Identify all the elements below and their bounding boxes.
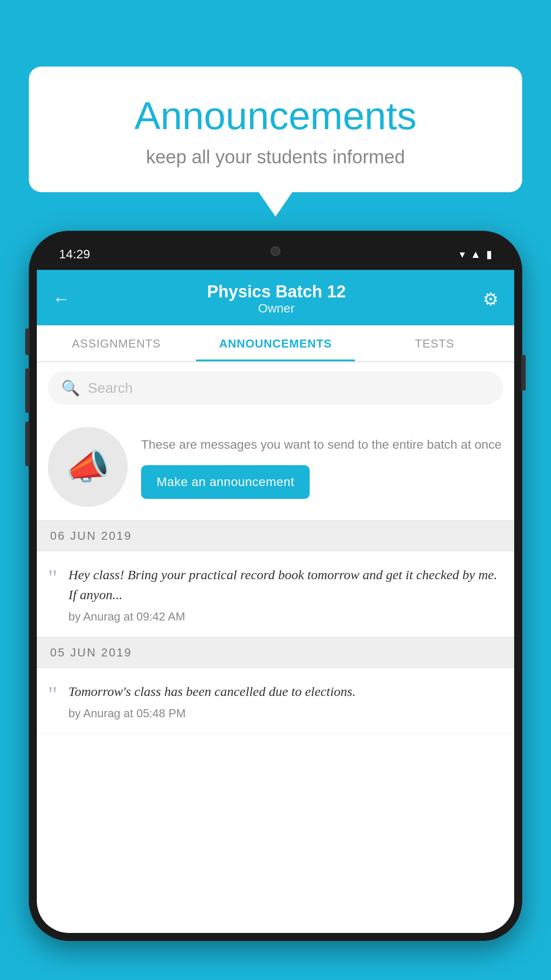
announcement-meta-1: by Anurag at 09:42 AM (68, 610, 503, 624)
promo-icon-circle: 📣 (48, 427, 128, 507)
speech-bubble-subtitle: keep all your students informed (51, 146, 500, 168)
phone-container: 14:29 ▾ ▲ ▮ ← Physics Batch 12 Owner ⚙ (29, 231, 522, 980)
promo-text-group: These are messages you want to send to t… (141, 435, 503, 499)
phone-volume-down-button (25, 422, 30, 466)
quote-icon-1: " (48, 567, 57, 624)
phone-mute-button (25, 328, 30, 355)
status-time: 14:29 (59, 247, 90, 261)
speech-bubble-title: Announcements (51, 93, 500, 138)
make-announcement-button[interactable]: Make an announcement (141, 465, 310, 499)
gear-icon[interactable]: ⚙ (483, 289, 499, 309)
announcement-item-1: " Hey class! Bring your practical record… (37, 551, 514, 637)
tab-assignments[interactable]: ASSIGNMENTS (37, 325, 196, 361)
announcement-item-2: " Tomorrow's class has been cancelled du… (37, 668, 514, 734)
header-title: Physics Batch 12 (207, 282, 346, 301)
battery-icon: ▮ (486, 248, 492, 261)
phone-power-button (521, 355, 526, 391)
phone-outer: 14:29 ▾ ▲ ▮ ← Physics Batch 12 Owner ⚙ (29, 231, 522, 941)
tab-announcements[interactable]: ANNOUNCEMENTS (196, 325, 355, 361)
search-bar[interactable]: 🔍 Search (48, 371, 503, 405)
announcement-meta-2: by Anurag at 05:48 PM (68, 707, 503, 720)
phone-volume-up-button (25, 368, 30, 413)
search-icon: 🔍 (61, 379, 80, 397)
announcement-text-1: Hey class! Bring your practical record b… (68, 565, 503, 605)
date-separator-2: 05 JUN 2019 (37, 637, 514, 668)
header-title-group: Physics Batch 12 Owner (207, 282, 346, 316)
promo-description: These are messages you want to send to t… (141, 435, 503, 454)
phone-camera (271, 246, 280, 256)
date-separator-1: 06 JUN 2019 (37, 521, 514, 551)
promo-block: 📣 These are messages you want to send to… (37, 414, 514, 521)
app-header: ← Physics Batch 12 Owner ⚙ (37, 270, 514, 325)
announcement-text-2: Tomorrow's class has been cancelled due … (68, 681, 503, 701)
status-bar: 14:29 ▾ ▲ ▮ (37, 239, 514, 270)
speech-bubble-container: Announcements keep all your students inf… (29, 67, 522, 192)
announcement-content-1: Hey class! Bring your practical record b… (68, 565, 503, 624)
back-button[interactable]: ← (52, 289, 70, 309)
phone-notch (236, 239, 315, 263)
tab-tests[interactable]: TESTS (355, 325, 514, 361)
tabs-row: ASSIGNMENTS ANNOUNCEMENTS TESTS (37, 325, 514, 362)
quote-icon-2: " (48, 684, 57, 720)
phone-screen: ← Physics Batch 12 Owner ⚙ ASSIGNMENTS A… (37, 270, 514, 933)
megaphone-icon: 📣 (66, 446, 110, 488)
speech-bubble: Announcements keep all your students inf… (29, 67, 522, 192)
status-icons: ▾ ▲ ▮ (460, 248, 492, 261)
announcement-content-2: Tomorrow's class has been cancelled due … (68, 681, 503, 720)
header-subtitle: Owner (207, 301, 346, 316)
wifi-icon: ▾ (460, 248, 465, 261)
search-container: 🔍 Search (37, 362, 514, 414)
search-placeholder: Search (88, 380, 133, 396)
signal-icon: ▲ (470, 248, 481, 261)
